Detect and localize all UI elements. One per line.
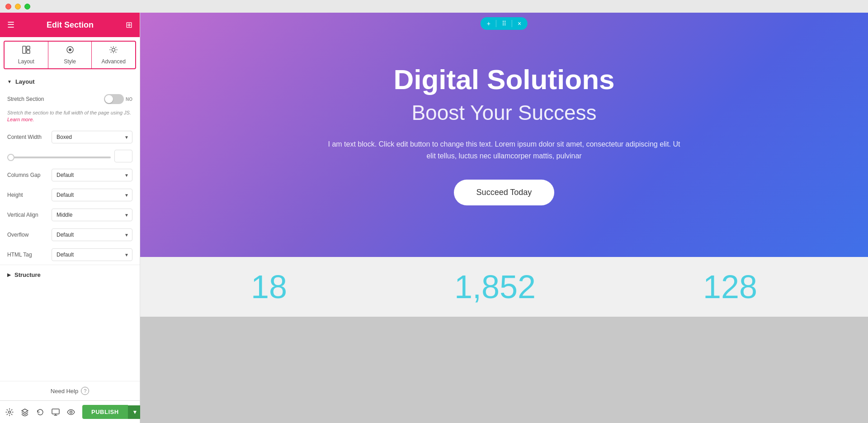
close-button[interactable]	[5, 4, 11, 10]
overflow-select[interactable]: Default Hidden	[52, 228, 132, 241]
stretch-section-label: Stretch Section	[7, 96, 48, 102]
content-width-select[interactable]: Boxed Full Width	[52, 131, 132, 143]
tab-advanced[interactable]: Advanced	[92, 42, 135, 68]
svg-point-4	[69, 48, 71, 51]
stretch-section-toggle[interactable]	[104, 94, 124, 104]
html-tag-select-wrap: Default div header footer section ▼	[52, 248, 132, 261]
tab-layout-label: Layout	[18, 58, 34, 65]
advanced-icon	[109, 45, 118, 57]
publish-button[interactable]: PUBLISH	[82, 405, 128, 419]
vertical-align-label: Vertical Align	[7, 212, 48, 218]
hamburger-icon[interactable]: ☰	[7, 20, 14, 30]
content-width-select-wrap: Boxed Full Width ▼	[52, 131, 132, 143]
height-control: Default Fit To Screen Min Height ▼	[52, 189, 132, 201]
html-tag-row: HTML Tag Default div header footer secti…	[0, 245, 140, 265]
vertical-align-row: Vertical Align Top Middle Bottom ▼	[0, 205, 140, 225]
columns-gap-row: Columns Gap Default No Gap Narrow Wide ▼	[0, 165, 140, 185]
style-icon	[66, 45, 75, 57]
maximize-button[interactable]	[24, 4, 30, 10]
svg-point-8	[70, 411, 72, 413]
publish-button-wrap: PUBLISH ▼	[82, 405, 142, 419]
apps-icon[interactable]: ⊞	[126, 20, 132, 30]
columns-gap-select-wrap: Default No Gap Narrow Wide ▼	[52, 169, 132, 181]
tab-style-label: Style	[64, 58, 76, 65]
hero-content: Digital Solutions Boost Your Success I a…	[323, 64, 685, 205]
svg-rect-1	[27, 46, 30, 49]
tabs-container: Layout Style Advanced	[4, 41, 136, 69]
content-width-label: Content Width	[7, 134, 48, 140]
stat-1: 18	[251, 271, 287, 303]
width-slider-row	[0, 147, 140, 165]
structure-section-header[interactable]: ▶ Structure	[0, 265, 140, 285]
content-width-row: Content Width Boxed Full Width ▼	[0, 127, 140, 147]
floating-toolbar: + ⠿ ×	[481, 17, 528, 30]
sidebar-title: Edit Section	[47, 20, 94, 30]
plus-icon: +	[487, 20, 491, 27]
main-content: + ⠿ × Digital Solutions Boost Your Succe…	[140, 13, 868, 423]
help-icon[interactable]: ?	[81, 387, 89, 395]
content-width-control: Boxed Full Width ▼	[52, 131, 132, 143]
toolbar-divider	[496, 20, 496, 27]
app-container: ☰ Edit Section ⊞ Layout	[0, 13, 868, 423]
overflow-label: Overflow	[7, 232, 48, 238]
drag-handle-button[interactable]: ⠿	[500, 19, 508, 28]
columns-gap-label: Columns Gap	[7, 172, 48, 178]
canvas-area: + ⠿ × Digital Solutions Boost Your Succe…	[140, 13, 868, 423]
title-bar	[0, 0, 868, 13]
sidebar-header: ☰ Edit Section ⊞	[0, 13, 140, 37]
stretch-section-toggle-wrap: NO	[104, 94, 132, 104]
tab-style[interactable]: Style	[48, 42, 92, 68]
structure-section-label: Structure	[14, 271, 41, 278]
columns-gap-select[interactable]: Default No Gap Narrow Wide	[52, 169, 132, 181]
close-icon: ×	[518, 20, 521, 27]
hero-cta-button[interactable]: Succeed Today	[454, 180, 555, 205]
svg-rect-7	[52, 409, 59, 414]
width-slider[interactable]	[7, 157, 111, 158]
height-label: Height	[7, 192, 48, 198]
sidebar: ☰ Edit Section ⊞ Layout	[0, 13, 140, 423]
stat-3: 128	[703, 271, 757, 303]
html-tag-label: HTML Tag	[7, 252, 48, 258]
width-value-box	[114, 150, 132, 162]
height-select-wrap: Default Fit To Screen Min Height ▼	[52, 189, 132, 201]
vertical-align-select-wrap: Top Middle Bottom ▼	[52, 209, 132, 221]
stats-section: 18 1,852 128	[140, 257, 868, 317]
history-icon[interactable]	[36, 408, 44, 416]
sidebar-footer: Need Help ?	[0, 381, 140, 400]
close-element-button[interactable]: ×	[516, 19, 523, 28]
toggle-knob	[105, 95, 113, 103]
desktop-icon[interactable]	[52, 408, 60, 416]
html-tag-select[interactable]: Default div header footer section	[52, 248, 132, 261]
width-slider-wrap	[7, 152, 111, 160]
overflow-row: Overflow Default Hidden ▼	[0, 225, 140, 245]
layout-section-header[interactable]: ▼ Layout	[0, 73, 140, 90]
vertical-align-control: Top Middle Bottom ▼	[52, 209, 132, 221]
svg-point-6	[9, 411, 11, 413]
drag-icon: ⠿	[502, 20, 506, 27]
tab-layout[interactable]: Layout	[5, 42, 48, 68]
vertical-align-select[interactable]: Top Middle Bottom	[52, 209, 132, 221]
learn-more-link[interactable]: Learn more.	[7, 117, 34, 122]
height-select[interactable]: Default Fit To Screen Min Height	[52, 189, 132, 201]
layout-icon	[22, 45, 31, 57]
eye-icon[interactable]	[67, 408, 75, 416]
hero-section[interactable]: Digital Solutions Boost Your Success I a…	[140, 13, 868, 257]
overflow-select-wrap: Default Hidden ▼	[52, 228, 132, 241]
svg-rect-2	[27, 50, 30, 53]
layout-arrow-icon: ▼	[7, 79, 12, 84]
settings-icon[interactable]	[5, 408, 14, 416]
layout-section-label: Layout	[15, 78, 35, 85]
layers-icon[interactable]	[21, 408, 29, 416]
svg-rect-0	[23, 46, 26, 53]
toolbar-divider-2	[512, 20, 512, 27]
hero-subtitle: Boost Your Success	[323, 100, 685, 125]
need-help-text: Need Help	[51, 388, 78, 394]
columns-gap-control: Default No Gap Narrow Wide ▼	[52, 169, 132, 181]
add-element-button[interactable]: +	[485, 19, 492, 28]
overflow-control: Default Hidden ▼	[52, 228, 132, 241]
minimize-button[interactable]	[15, 4, 21, 10]
tab-advanced-label: Advanced	[101, 58, 125, 65]
hero-body: I am text block. Click edit button to ch…	[323, 138, 685, 162]
hero-title: Digital Solutions	[323, 64, 685, 95]
toggle-no-label: NO	[126, 97, 132, 102]
